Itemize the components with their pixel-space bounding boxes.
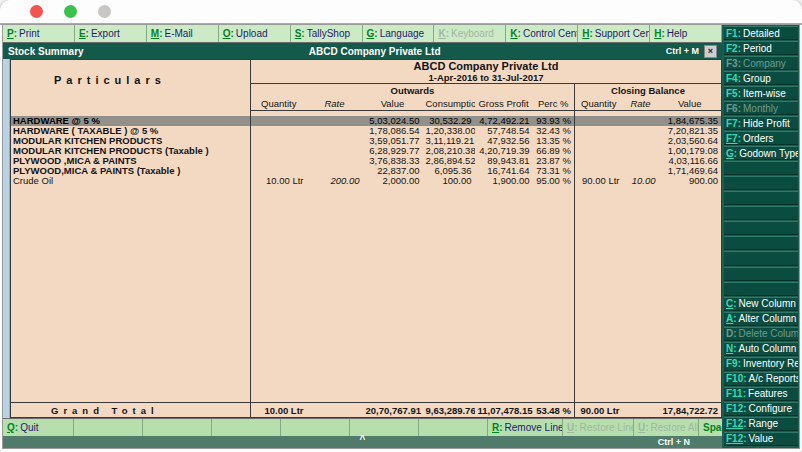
- stock-item-name: MODULAR KITCHEN PRODUCTS (Taxable ): [11, 146, 251, 156]
- stock-cell: 900.00: [659, 176, 722, 186]
- stock-row-plywood-mica-paints-taxable[interactable]: PLYWOOD,MICA & PAINTS (Taxable )22,837.0…: [11, 166, 722, 176]
- right-sidebar: F1: DetailedF2: PeriodF3: CompanyF4: Gro…: [722, 25, 799, 448]
- col-quantity: Quantity: [251, 97, 307, 111]
- sidebar-button-f12-range[interactable]: F12: Range: [724, 417, 798, 431]
- sidebar-button-empty: [724, 191, 798, 205]
- stock-cell: 3,59,051.77: [363, 136, 423, 146]
- company-name: ABCD Company Private Ltd: [254, 60, 718, 72]
- col-gross-profit: Gross Profit: [475, 97, 533, 111]
- bottombar-button-empty: [419, 419, 488, 436]
- stock-cell: [251, 126, 307, 136]
- sidebar-button-g-godown-type[interactable]: G: Godown Type: [724, 146, 798, 160]
- stock-cell: [307, 166, 363, 176]
- bottombar-button-u-restore-line: U: Restore Line: [563, 419, 634, 436]
- stock-item-name: MODULAR KITCHEN PRODUCTS: [11, 136, 251, 146]
- stock-item-name: Crude Oil: [11, 176, 251, 186]
- stock-cell: 10.00 Ltr: [251, 176, 307, 186]
- sidebar-button-f6-monthly: F6: Monthly: [724, 101, 798, 115]
- toolbar-button-p-print[interactable]: P: Print: [3, 25, 75, 42]
- close-window-icon[interactable]: [30, 5, 43, 18]
- bottombar-button-empty: [143, 419, 212, 436]
- outwards-group-header: Outwards: [251, 84, 575, 98]
- stock-cell: 1,900.00: [475, 176, 533, 186]
- closing-balance-group-header: Closing Balance: [575, 84, 722, 98]
- toolbar-button-h-support-centre[interactable]: H: Support Centre: [578, 25, 650, 42]
- zoom-window-icon[interactable]: [64, 5, 77, 18]
- stock-cell: 95.00 %: [533, 176, 575, 186]
- stock-cell: [623, 136, 659, 146]
- col-closing-quantity: Quantity: [575, 97, 623, 111]
- sidebar-button-f12-value[interactable]: F12: Value: [724, 432, 798, 446]
- stock-cell: [575, 116, 623, 126]
- stock-cell: 6,28,929.77: [363, 146, 423, 156]
- stock-cell: [251, 166, 307, 176]
- stock-cell: [623, 166, 659, 176]
- stock-item-name: PLYWOOD ,MICA & PAINTS: [11, 156, 251, 166]
- bottombar-button-empty: [212, 419, 281, 436]
- stock-cell: 32.43 %: [533, 126, 575, 136]
- minimize-window-icon[interactable]: [98, 5, 111, 18]
- stock-cell: 1,71,469.64: [659, 166, 722, 176]
- col-closing-rate: Rate: [623, 97, 659, 111]
- sidebar-button-f2-period[interactable]: F2: Period: [724, 41, 798, 55]
- stock-cell: [251, 116, 307, 126]
- stock-row-crude-oil[interactable]: Crude Oil10.00 Ltr200.002,000.00100.001,…: [11, 176, 722, 186]
- toolbar-button-s-tallyshop[interactable]: S: TallyShop: [291, 25, 363, 42]
- left-scrollbar[interactable]: [3, 59, 10, 418]
- toolbar-button-g-language[interactable]: G: Language: [363, 25, 435, 42]
- stock-cell: 5,03,024.50: [363, 116, 423, 126]
- grand-total-label: Grand Total: [11, 403, 251, 418]
- stock-cell: [623, 126, 659, 136]
- stock-cell: 2,86,894.52: [423, 156, 475, 166]
- sidebar-button-f11-features[interactable]: F11: Features: [724, 387, 798, 401]
- stock-cell: [251, 136, 307, 146]
- toolbar-button-m-e-mail[interactable]: M: E-Mail: [147, 25, 219, 42]
- close-report-icon[interactable]: ×: [704, 45, 717, 58]
- stock-cell: [575, 166, 623, 176]
- sidebar-button-f1-detailed[interactable]: F1: Detailed: [724, 26, 798, 40]
- sidebar-button-f3-company: F3: Company: [724, 56, 798, 70]
- bottombar-button-r-remove-line[interactable]: R: Remove Line: [488, 419, 563, 436]
- stock-row-plywood-mica-paints[interactable]: PLYWOOD ,MICA & PAINTS3,76,838.332,86,89…: [11, 156, 722, 166]
- status-strip: ^ Ctrl + N: [3, 436, 722, 448]
- sidebar-button-f10-a-c-reports[interactable]: F10: A/c Reports: [724, 372, 798, 386]
- col-perc: Perc %: [533, 97, 575, 111]
- stock-cell: [575, 136, 623, 146]
- bottombar-button-q-quit[interactable]: Q: Quit: [3, 419, 74, 436]
- stock-cell: 30,532.29: [423, 116, 475, 126]
- sidebar-button-n-auto-column[interactable]: N: Auto Column: [724, 342, 798, 356]
- col-consumption: Consumption: [423, 97, 475, 111]
- toolbar-button-e-export[interactable]: E: Export: [75, 25, 147, 42]
- stock-cell: [623, 146, 659, 156]
- sidebar-button-f5-item-wise[interactable]: F5: Item-wise: [724, 86, 798, 100]
- stock-cell: 66.89 %: [533, 146, 575, 156]
- sidebar-button-f7-hide-profit[interactable]: F7: Hide Profit: [724, 116, 798, 130]
- toolbar-button-o-upload[interactable]: O: Upload: [219, 25, 291, 42]
- toolbar-button-k-control-centre[interactable]: K: Control Centre: [506, 25, 578, 42]
- sidebar-button-empty: [724, 206, 798, 220]
- stock-row-hardware-taxable-5[interactable]: HARDWARE ( TAXABLE ) @ 5 %1,78,086.541,2…: [11, 126, 722, 136]
- stock-cell: [307, 146, 363, 156]
- sidebar-button-f4-group[interactable]: F4: Group: [724, 71, 798, 85]
- stock-cell: 89,943.81: [475, 156, 533, 166]
- stock-row-modular-kitchen-products[interactable]: MODULAR KITCHEN PRODUCTS3,59,051.773,11,…: [11, 136, 722, 146]
- scroll-up-caret-icon[interactable]: ^: [360, 434, 366, 445]
- sidebar-button-f12-configure[interactable]: F12: Configure: [724, 402, 798, 416]
- report-titlebar: Stock Summary ABCD Company Private Ltd C…: [3, 43, 722, 59]
- sidebar-button-a-alter-column[interactable]: A: Alter Column: [724, 312, 798, 326]
- col-closing-value: Value: [659, 97, 722, 111]
- stock-cell: 1,20,338.00: [423, 126, 475, 136]
- stock-cell: 2,03,560.64: [659, 136, 722, 146]
- stock-row-modular-kitchen-products-taxable[interactable]: MODULAR KITCHEN PRODUCTS (Taxable )6,28,…: [11, 146, 722, 156]
- stock-row-hardware-5[interactable]: HARDWARE @ 5 %5,03,024.5030,532.294,72,4…: [11, 116, 722, 126]
- stock-cell: 73.31 %: [533, 166, 575, 176]
- stock-item-name: PLYWOOD,MICA & PAINTS (Taxable ): [11, 166, 251, 176]
- sidebar-button-c-new-column[interactable]: C: New Column: [724, 297, 798, 311]
- toolbar-button-h-help[interactable]: H: Help: [650, 25, 722, 42]
- stock-cell: 10.00: [623, 176, 659, 186]
- stock-cell: 90.00 Ltr: [575, 176, 623, 186]
- sidebar-button-f7-orders[interactable]: F7: Orders: [724, 131, 798, 145]
- sidebar-button-empty: [724, 251, 798, 265]
- sidebar-button-f9-inventory-reports[interactable]: F9: Inventory Reports: [724, 357, 798, 371]
- stock-cell: 4,03,116.66: [659, 156, 722, 166]
